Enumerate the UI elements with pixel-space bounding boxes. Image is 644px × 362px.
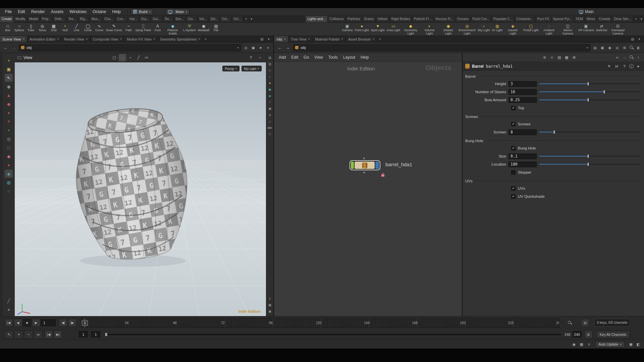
shelf-tool[interactable]: ▼ Spot Light [370, 23, 386, 32]
shelf-tab[interactable]: Pyro FX [535, 16, 551, 22]
viewport-tool-icon[interactable]: ▣ [5, 65, 13, 73]
parameters-tool-icon[interactable]: ∞ [614, 55, 620, 60]
transport-button[interactable]: ▶ [32, 319, 40, 327]
shelf-tab[interactable]: Modify [14, 16, 27, 22]
network-menu-item[interactable]: Go [301, 55, 312, 60]
shelf-tab[interactable]: Lights and... [306, 16, 327, 22]
shelf-tab[interactable]: Clo... [186, 16, 198, 22]
param-value-field[interactable]: 3 [508, 81, 537, 87]
viewport-header-icon[interactable]: ? [247, 54, 255, 61]
shelf-tool[interactable]: ◆ Platonic Solids [163, 23, 182, 36]
pane-menu-icon[interactable]: ▤ [259, 37, 265, 42]
shelf-tab[interactable]: Viscous Fl... [434, 16, 455, 22]
display-option-icon[interactable]: ◎ [267, 112, 273, 118]
shelf-menu-icon[interactable]: ▾ [639, 16, 644, 22]
slider-handle[interactable] [587, 82, 589, 86]
playbar-option-icon[interactable]: ↖ [5, 330, 13, 339]
param-value-field[interactable]: 0.1 [508, 154, 537, 159]
shelf-tab[interactable]: Poly... [40, 16, 53, 22]
path-tool-icon[interactable]: ◉ [607, 45, 612, 50]
path-field[interactable]: obj ▾ [19, 44, 241, 51]
shelf-tool[interactable]: ▦ Grid [48, 23, 59, 32]
param-value-field[interactable]: 8 [508, 129, 537, 135]
shelf-tool[interactable]: ╱ Line [71, 23, 82, 32]
shelf-tab[interactable]: Vellum [376, 16, 390, 22]
shelf-tool[interactable]: ◉ Metaball [197, 23, 210, 32]
viewport-tool-icon[interactable]: ◆ [5, 100, 13, 108]
shelf-tool[interactable]: ░ Spray Paint [135, 23, 152, 32]
viewport-tool-icon[interactable]: ● [5, 161, 13, 169]
network-menu-item[interactable]: Edit [288, 55, 301, 60]
close-icon[interactable]: × [284, 37, 286, 41]
shelf-tab[interactable]: Drive Sim... [612, 16, 633, 22]
slider-handle[interactable] [553, 130, 555, 134]
shelf-tool[interactable]: ⊟ Gamepad Camera [608, 23, 627, 36]
shelf-tool[interactable]: ▢ Portal Light [522, 23, 540, 32]
shelf-tool[interactable]: ~ Path [123, 23, 135, 32]
shelf-tab[interactable]: Tex... [66, 16, 78, 22]
node-input-connector[interactable] [363, 158, 365, 159]
slider-handle[interactable] [587, 154, 589, 158]
key-all-channels-button[interactable]: Key All Channels [596, 331, 630, 338]
network-menu-item[interactable]: Tools [326, 55, 340, 60]
shelf-tab[interactable]: Oct... [220, 16, 232, 22]
checkbox[interactable]: ✓ [511, 122, 516, 126]
network-menu-item[interactable]: Add [276, 55, 288, 60]
close-icon[interactable]: × [22, 37, 24, 41]
menu-item[interactable]: Help [109, 8, 124, 16]
slider-handle[interactable] [603, 90, 605, 94]
viewport-tool-icon[interactable]: ◆ [5, 152, 13, 160]
scene-selector[interactable]: Main ▾ [166, 9, 190, 15]
shelf-tab[interactable]: Oceans [455, 16, 471, 22]
close-icon[interactable]: × [308, 37, 310, 41]
shelf-tool[interactable]: ◉ Distant Light [439, 23, 458, 36]
display-option-icon[interactable]: ● [267, 80, 273, 86]
playback-start-field[interactable]: 1 [91, 331, 100, 338]
parameters-tool-icon[interactable]: ◌ [622, 55, 628, 60]
viewport-tool-icon[interactable]: ╱ [5, 297, 13, 305]
network-menu-item[interactable]: View [312, 55, 326, 60]
shelf-tool[interactable]: ◐ Volume Light [420, 23, 439, 36]
close-icon[interactable]: × [373, 37, 375, 41]
checkbox[interactable]: ✓ [511, 186, 516, 191]
pane-tab[interactable]: Render View × [62, 36, 91, 42]
range-nav-button[interactable]: |◀ [45, 330, 53, 339]
scroll-up-icon[interactable]: ↑ [636, 55, 641, 60]
shelf-tab[interactable]: Particles [346, 16, 362, 22]
selection-mode-icon[interactable]: ◌ [119, 54, 126, 61]
playbar-option-icon[interactable]: + [14, 330, 23, 339]
shelf-tool[interactable]: ▣ Camera [341, 23, 354, 32]
shelf-tool[interactable]: ● Point Light [354, 23, 370, 32]
viewport-header-icon[interactable]: ◔ [256, 54, 263, 61]
transport-button[interactable]: ■ [23, 319, 31, 327]
range-nav-button[interactable]: ▶| [54, 330, 62, 339]
shelf-tool[interactable]: □ Box [2, 23, 13, 32]
timeline-option-icon[interactable]: ▤ [581, 319, 589, 327]
path-tool-icon[interactable]: ⊞ [622, 45, 627, 50]
pane-tab[interactable]: Asset Browser × [346, 36, 377, 42]
param-value-field[interactable]: 16 [508, 89, 537, 95]
node-display-flag[interactable] [351, 162, 354, 169]
close-icon[interactable]: × [153, 37, 155, 41]
shelf-tool[interactable]: ∿ Curve [94, 23, 105, 32]
timeline-ruler[interactable]: 24487296120144168192216240 1 [80, 318, 559, 328]
viewport-tool-icon[interactable]: ▲ [5, 91, 13, 99]
shelf-tab[interactable]: Sim... [174, 16, 186, 22]
status-icon[interactable]: ◉ [571, 341, 577, 347]
viewport-tool-icon[interactable]: ○ [5, 187, 13, 195]
shelf-tool[interactable]: ◈ Caustic Light [503, 23, 522, 36]
viewport-tool-icon[interactable]: ● [5, 305, 13, 313]
network-menu-item[interactable]: Layout [340, 55, 358, 60]
path-field[interactable]: obj ▾ [293, 44, 590, 51]
shelf-tool[interactable]: ◌ Ambient Light [539, 23, 558, 36]
pane-link-icon[interactable] [17, 56, 21, 59]
viewport-tool-icon[interactable]: ↖ [5, 74, 13, 82]
menu-item[interactable]: Assets [48, 8, 67, 16]
node-header-icon[interactable]: ? [622, 63, 627, 69]
checkbox[interactable]: ✓ [511, 194, 516, 199]
parameters-tool-icon[interactable]: ⊞ [571, 55, 577, 60]
search-icon[interactable] [629, 45, 634, 50]
viewport-tool-icon[interactable]: + [5, 56, 13, 64]
shelf-tab[interactable]: Crowds [597, 16, 612, 22]
shelf-tab[interactable]: Wires [585, 16, 597, 22]
